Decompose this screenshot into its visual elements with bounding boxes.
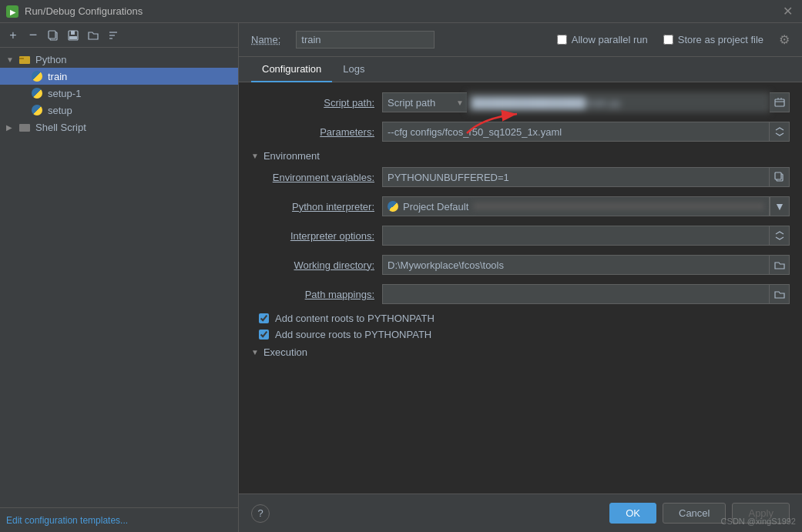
left-bottom: Edit configuration templates... bbox=[0, 507, 238, 532]
train-python-icon bbox=[31, 70, 43, 82]
execution-section-title: Execution bbox=[263, 346, 307, 358]
store-project-checkbox[interactable] bbox=[663, 35, 673, 45]
env-variables-label: Environment variables: bbox=[251, 172, 382, 183]
interpreter-default-text: Project Default bbox=[403, 201, 468, 212]
allow-parallel-checkbox[interactable] bbox=[557, 35, 567, 45]
svg-rect-16 bbox=[775, 172, 781, 179]
save-button[interactable] bbox=[65, 27, 82, 44]
setup-label: setup bbox=[48, 105, 72, 116]
add-content-roots-row: Add content roots to PYTHONPATH bbox=[251, 313, 790, 324]
python-interpreter-label: Python interpreter: bbox=[251, 201, 382, 212]
shell-group-label: Shell Script bbox=[35, 122, 86, 133]
right-panel: Name: Allow parallel run Store as projec… bbox=[239, 23, 802, 532]
path-mappings-browse-button[interactable] bbox=[770, 284, 790, 304]
env-variables-input[interactable] bbox=[382, 167, 770, 187]
window-title: Run/Debug Configurations bbox=[25, 5, 780, 17]
title-bar: ▶ Run/Debug Configurations ✕ bbox=[0, 0, 802, 23]
train-label: train bbox=[48, 71, 67, 82]
add-source-roots-checkbox[interactable] bbox=[259, 330, 269, 340]
expand-python-icon: ▼ bbox=[6, 55, 18, 64]
svg-rect-11 bbox=[19, 58, 24, 59]
main-content: + − bbox=[0, 23, 802, 532]
toolbar: + − bbox=[0, 23, 238, 48]
env-variables-copy-button[interactable] bbox=[770, 167, 790, 187]
script-path-label: Script path: bbox=[251, 97, 382, 109]
checkbox-group: Allow parallel run Store as project file… bbox=[557, 32, 790, 47]
header-row: Name: Allow parallel run Store as projec… bbox=[239, 23, 802, 57]
help-button[interactable]: ? bbox=[251, 504, 270, 523]
execution-expand-icon: ▼ bbox=[251, 348, 259, 356]
setup1-python-icon bbox=[31, 87, 43, 99]
name-input[interactable] bbox=[296, 31, 435, 49]
params-container bbox=[382, 122, 790, 142]
tabs-row: Configuration Logs bbox=[239, 57, 802, 82]
tree-area: ▼ Python train bbox=[0, 48, 238, 507]
sort-button[interactable] bbox=[105, 27, 122, 44]
remove-button[interactable]: − bbox=[25, 27, 42, 44]
interpreter-options-expand-button[interactable] bbox=[770, 226, 790, 246]
parameters-expand-button[interactable] bbox=[770, 122, 790, 142]
ok-button[interactable]: OK bbox=[609, 503, 656, 524]
svg-rect-3 bbox=[49, 31, 55, 38]
interpreter-options-label: Interpreter options: bbox=[251, 230, 382, 242]
interpreter-dropdown-button[interactable]: ▼ bbox=[770, 196, 790, 216]
svg-rect-12 bbox=[19, 124, 30, 132]
tab-logs[interactable]: Logs bbox=[332, 57, 375, 82]
script-path-row: Script path: Script path Module name ▼ █… bbox=[251, 92, 790, 113]
environment-section-title: Environment bbox=[263, 150, 320, 162]
add-content-roots-label: Add content roots to PYTHONPATH bbox=[275, 313, 435, 324]
python-group-label: Python bbox=[35, 54, 66, 65]
add-content-roots-checkbox[interactable] bbox=[259, 313, 269, 323]
store-project-label: Store as project file bbox=[663, 34, 763, 45]
svg-rect-6 bbox=[69, 36, 77, 39]
tree-group-shell[interactable]: ▶ Shell Script bbox=[0, 119, 238, 136]
svg-rect-10 bbox=[19, 56, 30, 64]
script-path-select[interactable]: Script path Module name bbox=[382, 92, 467, 112]
config-content: Script path: Script path Module name ▼ █… bbox=[239, 82, 802, 494]
environment-section-header[interactable]: ▼ Environment bbox=[251, 150, 790, 162]
tree-item-setup1[interactable]: setup-1 bbox=[0, 85, 238, 102]
env-variables-row: Environment variables: bbox=[251, 166, 790, 188]
tree-item-train[interactable]: train bbox=[0, 68, 238, 85]
interpreter-path-blurred bbox=[473, 202, 764, 210]
copy-button[interactable] bbox=[45, 27, 62, 44]
tree-group-python[interactable]: ▼ Python bbox=[0, 51, 238, 68]
cancel-button[interactable]: Cancel bbox=[663, 503, 726, 524]
shell-folder-icon bbox=[18, 121, 31, 133]
folder-button[interactable] bbox=[85, 27, 102, 44]
close-button[interactable]: ✕ bbox=[780, 4, 796, 18]
python-interpreter-row: Python interpreter: Project Default ▼ bbox=[251, 196, 790, 217]
working-dir-browse-button[interactable] bbox=[770, 255, 790, 275]
apply-button[interactable]: Apply bbox=[732, 503, 790, 524]
path-mappings-row: Path mappings: bbox=[251, 283, 790, 305]
working-dir-input[interactable] bbox=[382, 255, 770, 275]
bottom-bar: ? OK Cancel Apply bbox=[239, 494, 802, 532]
svg-text:▶: ▶ bbox=[10, 8, 16, 16]
parameters-input[interactable] bbox=[382, 122, 770, 142]
tree-item-setup[interactable]: setup bbox=[0, 102, 238, 119]
add-source-roots-label: Add source roots to PYTHONPATH bbox=[275, 329, 431, 340]
path-mappings-label: Path mappings: bbox=[251, 289, 382, 300]
interpreter-python-icon bbox=[388, 201, 398, 212]
app-icon: ▶ bbox=[6, 5, 18, 18]
interpreter-options-input[interactable] bbox=[382, 226, 770, 246]
svg-rect-5 bbox=[71, 31, 75, 35]
python-folder-icon bbox=[18, 53, 31, 65]
edit-templates-link[interactable]: Edit configuration templates... bbox=[6, 515, 128, 526]
svg-rect-13 bbox=[775, 99, 784, 106]
gear-icon[interactable]: ⚙ bbox=[779, 32, 790, 47]
setup1-label: setup-1 bbox=[48, 88, 81, 99]
add-button[interactable]: + bbox=[5, 27, 22, 44]
name-label: Name: bbox=[251, 34, 280, 45]
parameters-row: Parameters: bbox=[251, 121, 790, 142]
script-path-value: ████████████████\train.py bbox=[467, 92, 770, 112]
script-path-browse-button[interactable] bbox=[770, 92, 790, 112]
allow-parallel-label: Allow parallel run bbox=[557, 34, 648, 45]
tab-configuration[interactable]: Configuration bbox=[251, 57, 332, 82]
script-path-select-wrapper: Script path Module name ▼ bbox=[382, 92, 467, 112]
path-mappings-input[interactable] bbox=[382, 284, 770, 304]
interpreter-options-row: Interpreter options: bbox=[251, 225, 790, 246]
parameters-label: Parameters: bbox=[251, 126, 382, 138]
add-source-roots-row: Add source roots to PYTHONPATH bbox=[251, 329, 790, 340]
execution-section-header[interactable]: ▼ Execution bbox=[251, 346, 790, 358]
